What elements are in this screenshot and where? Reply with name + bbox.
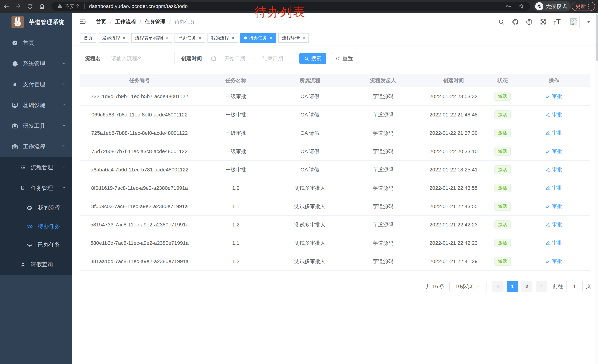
close-icon[interactable]: × xyxy=(123,36,125,40)
status-cell: 激活 xyxy=(488,202,517,211)
page-size-select[interactable]: 10条/页 xyxy=(449,281,486,292)
scrollbar-thumb[interactable] xyxy=(596,14,598,61)
tab[interactable]: 首页 xyxy=(80,33,96,43)
bookmark-star-icon[interactable] xyxy=(518,3,524,9)
app-title: 芋道管理系统 xyxy=(29,18,65,26)
password-key-icon[interactable] xyxy=(505,3,511,9)
search-icon[interactable] xyxy=(498,18,505,25)
approve-link[interactable]: 审批 xyxy=(546,166,562,173)
approve-link[interactable]: 审批 xyxy=(546,221,562,228)
task-id-cell: 73211d9d-7b9b-11ec-b5b7-acde48001122 xyxy=(80,94,199,99)
task-name-cell: 一级审批 xyxy=(199,129,273,137)
table-body: 73211d9d-7b9b-11ec-b5b7-acde48001122一级审批… xyxy=(80,87,590,271)
edit-icon xyxy=(546,222,551,227)
app-logo[interactable]: 芋道管理系统 xyxy=(0,13,72,32)
action-cell: 审批 xyxy=(517,93,590,100)
sidebar-item[interactable]: 基础设施 xyxy=(0,95,72,115)
browser-home-button[interactable] xyxy=(38,3,46,10)
tab[interactable]: 我的流程× xyxy=(208,33,238,43)
eye-open-icon xyxy=(26,223,33,230)
action-cell: 审批 xyxy=(517,111,590,119)
breadcrumb-item[interactable]: 首页 xyxy=(96,18,106,25)
edit-icon xyxy=(546,185,551,190)
tab[interactable]: 发起流程× xyxy=(99,33,129,43)
starter-cell: 芋道源码 xyxy=(347,203,419,210)
table-row: 58154733-7ac8-11ec-a9e2-a2380e71991a1.2测… xyxy=(80,216,590,234)
avatar[interactable] xyxy=(568,16,580,28)
edit-icon xyxy=(546,130,551,135)
edit-icon xyxy=(546,259,551,264)
tab[interactable]: 流程详情× xyxy=(278,33,309,43)
close-icon[interactable]: × xyxy=(302,36,305,40)
svg-text:¥: ¥ xyxy=(13,81,17,87)
close-icon[interactable]: × xyxy=(199,36,201,40)
close-icon[interactable]: × xyxy=(166,36,169,40)
approve-link[interactable]: 审批 xyxy=(546,184,562,191)
browser-reload-button[interactable] xyxy=(26,3,34,10)
reset-button[interactable]: 重置 xyxy=(331,53,357,64)
process-cell: 测试多审批人 xyxy=(273,185,347,192)
table-row: 8f0d1619-7ac8-11ec-a9e2-a2380e71991a1.2测… xyxy=(80,179,590,197)
hamburger-icon[interactable] xyxy=(79,18,86,25)
column-header: 创建时间 xyxy=(419,77,488,84)
approve-link[interactable]: 审批 xyxy=(546,93,562,100)
table-row: 8f059c03-7ac8-11ec-a9e2-a2380e71991a1.1测… xyxy=(80,197,590,216)
approve-link[interactable]: 审批 xyxy=(546,148,562,155)
approve-link[interactable]: 审批 xyxy=(546,239,562,246)
search-button[interactable]: 搜索 xyxy=(299,53,326,64)
sidebar-item[interactable]: 流程管理 xyxy=(0,157,72,178)
sidebar-item-label: 工作流程 xyxy=(23,143,45,151)
browser-menu-icon[interactable] xyxy=(588,4,589,9)
prev-page-button[interactable] xyxy=(492,281,504,292)
task-name-cell: 一级审批 xyxy=(199,148,273,155)
page-button-1[interactable]: 1 xyxy=(507,281,518,292)
approve-link[interactable]: 审批 xyxy=(546,129,562,137)
process-cell: OA 请假 xyxy=(273,111,347,118)
sidebar-item[interactable]: ¥支付管理 xyxy=(0,74,72,95)
update-label: 更新 xyxy=(575,3,586,10)
process-name-input[interactable] xyxy=(106,53,175,64)
fullscreen-icon[interactable] xyxy=(540,18,547,25)
annotation-overlay: 待办列表 xyxy=(255,4,306,20)
close-icon[interactable]: × xyxy=(232,36,234,40)
tab-label: 首页 xyxy=(84,35,93,41)
close-icon[interactable]: × xyxy=(270,36,272,40)
breadcrumb-item[interactable]: 工作流程 xyxy=(115,18,136,25)
security-warning-icon xyxy=(57,3,63,10)
date-range-input[interactable]: 开始日期 - 结束日期 xyxy=(207,53,294,64)
sidebar-item[interactable]: 研发工具 xyxy=(0,115,72,136)
task-name-cell: 一级审批 xyxy=(199,111,273,118)
status-badge: 激活 xyxy=(494,129,511,138)
tab[interactable]: 待办任务× xyxy=(240,33,276,43)
approve-link[interactable]: 审批 xyxy=(546,258,562,265)
sidebar-item[interactable]: 系统管理 xyxy=(0,53,72,74)
status-cell: 激活 xyxy=(488,147,517,156)
page-button-2[interactable]: 2 xyxy=(521,281,532,292)
sidebar-item[interactable]: 请假查询 xyxy=(0,254,72,275)
next-page-button[interactable] xyxy=(536,281,547,292)
sidebar-item[interactable]: 工作流程 xyxy=(0,136,72,157)
goto-page-input[interactable] xyxy=(566,281,583,292)
browser-forward-button[interactable] xyxy=(14,3,22,10)
created-at-cell: 2022-01-22 21:48:48 xyxy=(419,112,488,118)
github-icon[interactable] xyxy=(512,18,519,25)
sidebar-item[interactable]: 我的流程 xyxy=(0,198,72,217)
text-size-icon[interactable]: TT xyxy=(554,18,561,25)
update-button[interactable]: 更新 xyxy=(572,2,595,11)
help-icon[interactable] xyxy=(526,18,533,25)
approve-link[interactable]: 审批 xyxy=(546,111,562,118)
browser-back-button[interactable] xyxy=(2,3,10,10)
action-cell: 审批 xyxy=(517,258,590,265)
tab[interactable]: 流程表单-编辑× xyxy=(131,33,172,43)
sidebar-item[interactable]: 任务管理 xyxy=(0,178,72,198)
tab[interactable]: 已办任务× xyxy=(174,33,205,43)
sidebar-item[interactable]: 首页 xyxy=(0,32,72,53)
caret-down-icon[interactable] xyxy=(587,21,590,23)
breadcrumb-item[interactable]: 任务管理 xyxy=(145,18,166,25)
action-cell: 审批 xyxy=(517,184,590,192)
starter-cell: 芋道源码 xyxy=(347,240,419,247)
navbar-actions: TT xyxy=(498,16,590,28)
sidebar-item[interactable]: 已办任务 xyxy=(0,235,72,254)
sidebar-item[interactable]: 待办任务 xyxy=(0,217,72,235)
approve-link[interactable]: 审批 xyxy=(546,203,562,210)
